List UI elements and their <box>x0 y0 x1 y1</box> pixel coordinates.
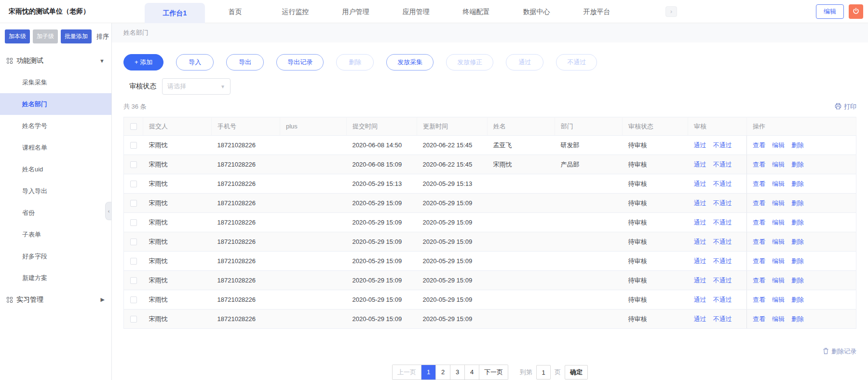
sidebar-group-功能测试[interactable]: 功能测试▼ <box>0 50 111 71</box>
action-link-查看[interactable]: 查看 <box>753 161 765 168</box>
action-link-编辑[interactable]: 编辑 <box>772 180 785 187</box>
tab-用户管理[interactable]: 用户管理 <box>326 0 386 23</box>
action-link-删除[interactable]: 删除 <box>791 257 804 265</box>
action-link-删除[interactable]: 删除 <box>791 219 804 226</box>
sidebar-item-省份[interactable]: 省份 <box>0 202 111 224</box>
action-link-查看[interactable]: 查看 <box>753 238 765 245</box>
row-checkbox[interactable] <box>130 239 137 245</box>
row-checkbox[interactable] <box>130 219 137 226</box>
page-button-4[interactable]: 4 <box>464 365 479 380</box>
action-link-删除[interactable]: 删除 <box>791 141 804 149</box>
prev-page-button[interactable]: 上一页 <box>393 365 421 380</box>
action-link-查看[interactable]: 查看 <box>753 257 765 265</box>
audit-link-通过[interactable]: 通过 <box>694 257 706 265</box>
select-all-checkbox[interactable] <box>130 123 137 130</box>
audit-link-不通过[interactable]: 不通过 <box>713 141 732 149</box>
audit-link-通过[interactable]: 通过 <box>694 180 706 187</box>
action-link-查看[interactable]: 查看 <box>753 315 765 323</box>
action-link-编辑[interactable]: 编辑 <box>772 277 785 284</box>
audit-link-不通过[interactable]: 不通过 <box>713 238 732 245</box>
row-checkbox[interactable] <box>130 142 137 149</box>
action-link-编辑[interactable]: 编辑 <box>772 219 785 226</box>
audit-link-不通过[interactable]: 不通过 <box>713 219 732 226</box>
sidebar-item-新建方案[interactable]: 新建方案 <box>0 267 111 289</box>
power-button[interactable] <box>849 4 863 19</box>
row-checkbox[interactable] <box>130 316 137 323</box>
action-link-删除[interactable]: 删除 <box>791 238 804 245</box>
goto-confirm-button[interactable]: 确定 <box>565 365 588 380</box>
action-link-编辑[interactable]: 编辑 <box>772 296 785 303</box>
edit-button[interactable]: 编辑 <box>816 4 844 19</box>
action-link-编辑[interactable]: 编辑 <box>772 315 785 323</box>
row-checkbox[interactable] <box>130 181 137 187</box>
action-link-查看[interactable]: 查看 <box>753 296 765 303</box>
action-link-查看[interactable]: 查看 <box>753 277 765 284</box>
status-select[interactable]: 请选择 ▼ <box>162 78 231 95</box>
page-button-1[interactable]: 1 <box>421 365 435 380</box>
audit-link-通过[interactable]: 通过 <box>694 199 706 207</box>
audit-link-不通过[interactable]: 不通过 <box>713 257 732 265</box>
toolbar-button-通过[interactable]: 通过 <box>506 54 543 70</box>
page-button-2[interactable]: 2 <box>435 365 450 380</box>
action-link-删除[interactable]: 删除 <box>791 199 804 207</box>
audit-link-通过[interactable]: 通过 <box>694 238 706 245</box>
action-link-删除[interactable]: 删除 <box>791 277 804 284</box>
print-button[interactable]: 打印 <box>835 102 856 111</box>
tab-开放平台[interactable]: 开放平台 <box>567 0 627 23</box>
tab-首页[interactable]: 首页 <box>205 0 265 23</box>
tab-终端配置[interactable]: 终端配置 <box>446 0 506 23</box>
tab-运行监控[interactable]: 运行监控 <box>265 0 326 23</box>
tab-工作台1[interactable]: 工作台1 <box>145 3 205 23</box>
audit-link-通过[interactable]: 通过 <box>694 296 706 303</box>
sidebar-item-姓名uid[interactable]: 姓名uid <box>0 158 111 180</box>
toolbar-button-导入[interactable]: 导入 <box>176 54 214 70</box>
sidebar-action-加本级[interactable]: 加本级 <box>5 29 30 43</box>
sidebar-item-好多字段[interactable]: 好多字段 <box>0 245 111 267</box>
sidebar-item-子表单[interactable]: 子表单 <box>0 224 111 245</box>
sidebar-item-课程名单[interactable]: 课程名单 <box>0 137 111 158</box>
toolbar-button-添加[interactable]: + 添加 <box>123 54 163 70</box>
action-link-编辑[interactable]: 编辑 <box>772 238 785 245</box>
row-checkbox[interactable] <box>130 200 137 207</box>
action-link-删除[interactable]: 删除 <box>791 296 804 303</box>
audit-link-不通过[interactable]: 不通过 <box>713 199 732 207</box>
sidebar-action-加子级[interactable]: 加子级 <box>33 29 58 43</box>
sort-control[interactable]: 排序 <box>96 32 112 41</box>
audit-link-不通过[interactable]: 不通过 <box>713 161 732 168</box>
goto-page-input[interactable] <box>536 365 551 380</box>
toolbar-button-删除[interactable]: 删除 <box>336 54 374 70</box>
audit-link-通过[interactable]: 通过 <box>694 219 706 226</box>
tab-应用管理[interactable]: 应用管理 <box>386 0 446 23</box>
action-link-删除[interactable]: 删除 <box>791 180 804 187</box>
action-link-查看[interactable]: 查看 <box>753 180 765 187</box>
sidebar-group-实习管理[interactable]: 实习管理▶ <box>0 289 111 310</box>
row-checkbox[interactable] <box>130 296 137 303</box>
audit-link-通过[interactable]: 通过 <box>694 277 706 284</box>
audit-link-通过[interactable]: 通过 <box>694 161 706 168</box>
audit-link-不通过[interactable]: 不通过 <box>713 296 732 303</box>
audit-link-通过[interactable]: 通过 <box>694 315 706 323</box>
row-checkbox[interactable] <box>130 161 137 168</box>
action-link-编辑[interactable]: 编辑 <box>772 141 785 149</box>
action-link-编辑[interactable]: 编辑 <box>772 199 785 207</box>
action-link-查看[interactable]: 查看 <box>753 141 765 149</box>
sidebar-item-采集采集[interactable]: 采集采集 <box>0 71 111 93</box>
audit-link-不通过[interactable]: 不通过 <box>713 315 732 323</box>
page-button-3[interactable]: 3 <box>450 365 464 380</box>
nav-more-button[interactable]: › <box>665 6 677 17</box>
audit-link-不通过[interactable]: 不通过 <box>713 277 732 284</box>
toolbar-button-不通过[interactable]: 不通过 <box>556 54 597 70</box>
audit-link-通过[interactable]: 通过 <box>694 141 706 149</box>
sidebar-action-批量添加[interactable]: 批量添加 <box>61 29 92 43</box>
toolbar-button-发放修正[interactable]: 发放修正 <box>446 54 493 70</box>
sidebar-item-姓名学号[interactable]: 姓名学号 <box>0 115 111 137</box>
row-checkbox[interactable] <box>130 258 137 265</box>
action-link-查看[interactable]: 查看 <box>753 219 765 226</box>
tab-数据中心[interactable]: 数据中心 <box>506 0 567 23</box>
toolbar-button-导出记录[interactable]: 导出记录 <box>276 54 324 70</box>
row-checkbox[interactable] <box>130 277 137 284</box>
toolbar-button-发放采集[interactable]: 发放采集 <box>386 54 434 70</box>
sidebar-item-姓名部门[interactable]: 姓名部门 <box>0 93 111 115</box>
sidebar-item-导入导出[interactable]: 导入导出 <box>0 180 111 202</box>
action-link-查看[interactable]: 查看 <box>753 199 765 207</box>
